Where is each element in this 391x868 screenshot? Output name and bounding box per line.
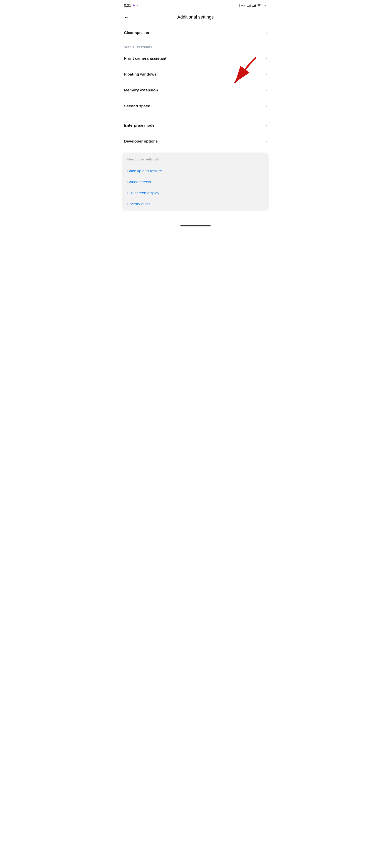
bottom-nav xyxy=(119,223,272,230)
special-features-header: SPECIAL FEATURES xyxy=(119,41,272,51)
enterprise-mode-label: Enterprise mode xyxy=(124,123,155,128)
page-title: Additional settings xyxy=(133,14,258,20)
vpn-badge: VPN xyxy=(239,4,246,7)
back-button[interactable]: ← xyxy=(124,14,129,20)
bottom-card: Need other settings? Back up and restore… xyxy=(122,153,269,211)
developer-options-item[interactable]: Developer options › xyxy=(119,133,272,149)
sound-effects-link[interactable]: Sound effects xyxy=(127,177,264,188)
second-space-label: Second space xyxy=(124,104,150,108)
front-camera-item[interactable]: Front camera assistant › xyxy=(119,51,272,66)
chevron-right-icon: › xyxy=(266,72,267,76)
memory-extension-label: Memory extension xyxy=(124,88,158,92)
chevron-right-icon: › xyxy=(266,139,267,144)
status-icons: VPN 38 xyxy=(239,4,267,7)
wifi-icon xyxy=(257,4,261,7)
page-header: ← Additional settings xyxy=(119,10,272,25)
app-indicator-icon xyxy=(133,4,135,6)
memory-extension-item[interactable]: Memory extension › xyxy=(119,82,272,98)
home-indicator xyxy=(180,225,211,226)
front-camera-label: Front camera assistant xyxy=(124,56,167,61)
memory-extension-container: Memory extension › xyxy=(119,82,272,98)
battery-icon: 38 xyxy=(262,4,267,7)
second-space-item[interactable]: Second space › xyxy=(119,98,272,114)
chevron-right-icon: › xyxy=(266,123,267,128)
chevron-right-icon: › xyxy=(266,31,267,35)
full-screen-display-link[interactable]: Full screen display xyxy=(127,188,264,198)
clear-speaker-label: Clear speaker xyxy=(124,31,149,35)
bottom-card-title: Need other settings? xyxy=(127,157,264,161)
chevron-right-icon: › xyxy=(266,88,267,92)
floating-windows-label: Floating windows xyxy=(124,72,156,76)
clear-speaker-item[interactable]: Clear speaker › xyxy=(119,25,272,41)
bottom-spacer xyxy=(119,211,272,223)
back-up-restore-link[interactable]: Back up and restore xyxy=(127,165,264,177)
spacer xyxy=(119,114,272,118)
chevron-right-icon: › xyxy=(266,56,267,61)
signal-bars-1 xyxy=(247,4,251,7)
signal-bars-2 xyxy=(252,4,256,7)
enterprise-mode-item[interactable]: Enterprise mode › xyxy=(119,118,272,133)
factory-reset-link[interactable]: Factory reset xyxy=(127,198,264,210)
floating-windows-item[interactable]: Floating windows › xyxy=(119,66,272,82)
status-bar: 0:21 ✓ VPN 38 xyxy=(119,0,272,10)
chevron-right-icon: › xyxy=(266,104,267,108)
developer-options-label: Developer options xyxy=(124,139,158,144)
check-icon: ✓ xyxy=(137,4,139,7)
status-time: 0:21 xyxy=(124,3,131,8)
